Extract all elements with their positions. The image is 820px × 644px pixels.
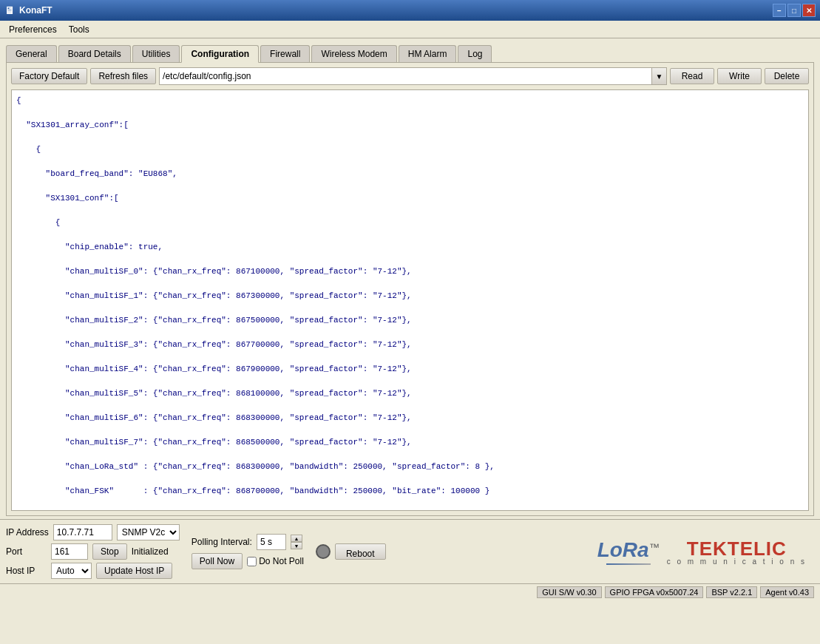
ip-address-label: IP Address: [6, 527, 49, 538]
close-button[interactable]: ✕: [802, 4, 816, 17]
host-ip-label: Host IP: [6, 566, 47, 576]
factory-default-button[interactable]: Factory Default: [11, 68, 87, 84]
port-input[interactable]: [51, 543, 88, 560]
reboot-section: Reboot: [316, 543, 386, 560]
tabs: General Board Details Utilities Configur…: [3, 41, 817, 62]
menu-preferences[interactable]: Preferences: [3, 23, 63, 36]
lora-logo: LoRa™: [597, 538, 660, 562]
tab-wireless-modem[interactable]: Wireless Modem: [311, 45, 396, 62]
lora-underline: [606, 563, 651, 565]
port-label: Port: [6, 546, 47, 557]
window-controls: − □ ✕: [773, 4, 816, 17]
snmp-select[interactable]: SNMP V2c: [117, 524, 180, 540]
do-not-poll-label: Do Not Poll: [259, 556, 304, 566]
toolbar: Factory Default Refresh files ▼ Read Wri…: [11, 67, 809, 85]
maximize-button[interactable]: □: [787, 4, 801, 17]
polling-interval-input[interactable]: [257, 534, 286, 550]
tektelic-sub: c o m m u n i c a t i o n s: [667, 557, 807, 566]
port-group: Port Stop Initialized: [6, 543, 180, 560]
poll-now-button[interactable]: Poll Now: [192, 553, 243, 569]
content-area: Factory Default Refresh files ▼ Read Wri…: [6, 62, 814, 516]
initialized-text: Initialized: [132, 546, 169, 557]
read-button[interactable]: Read: [670, 68, 714, 84]
update-host-ip-button[interactable]: Update Host IP: [96, 563, 172, 579]
main-window: General Board Details Utilities Configur…: [0, 38, 820, 519]
spinner: ▲ ▼: [291, 535, 302, 549]
signal-icon: [316, 544, 331, 559]
version-gpio: GPIO FPGA v0x5007.24: [605, 586, 704, 598]
tab-general[interactable]: General: [6, 45, 57, 62]
tab-hm-alarm[interactable]: HM Alarm: [399, 45, 457, 62]
tab-board-details[interactable]: Board Details: [58, 45, 131, 62]
tab-firewall[interactable]: Firewall: [260, 45, 310, 62]
delete-button[interactable]: Delete: [765, 68, 809, 84]
ip-address-input[interactable]: [53, 524, 112, 540]
host-ip-group: Host IP Auto Update Host IP: [6, 563, 180, 579]
version-bsp: BSP v2.2.1: [706, 586, 757, 598]
do-not-poll-checkbox[interactable]: [247, 557, 257, 566]
title-text: 🖥 KonaFT: [4, 4, 773, 16]
version-agent: Agent v0.43: [760, 586, 814, 598]
stop-button[interactable]: Stop: [92, 543, 127, 560]
app-icon: 🖥: [4, 4, 15, 16]
tab-log[interactable]: Log: [458, 45, 492, 62]
ip-address-group: IP Address SNMP V2c: [6, 524, 180, 540]
menu-bar: Preferences Tools: [0, 21, 820, 38]
lora-logo-container: LoRa™: [597, 538, 660, 565]
polling-interval-group: Polling Interval: ▲ ▼: [192, 534, 304, 550]
status-bar: IP Address SNMP V2c Port Stop Initialize…: [0, 519, 820, 583]
host-ip-select[interactable]: Auto: [51, 563, 92, 579]
reboot-button[interactable]: Reboot: [335, 543, 386, 560]
tektelic-logo-container: TEKTELIC c o m m u n i c a t i o n s: [667, 538, 807, 566]
tab-configuration[interactable]: Configuration: [181, 45, 259, 63]
version-bar: GUI S/W v0.30 GPIO FPGA v0x5007.24 BSP v…: [0, 583, 820, 600]
config-editor[interactable]: { "SX1301_array_conf":[ { "board_freq_ba…: [11, 89, 809, 511]
menu-tools[interactable]: Tools: [63, 23, 95, 36]
title-bar: 🖥 KonaFT − □ ✕: [0, 0, 820, 21]
polling-section: Polling Interval: ▲ ▼ Poll Now Do Not Po…: [192, 534, 304, 569]
file-path-input[interactable]: [159, 67, 652, 85]
spinner-down[interactable]: ▼: [291, 542, 302, 549]
minimize-button[interactable]: −: [773, 4, 786, 17]
polling-interval-label: Polling Interval:: [192, 537, 252, 547]
logo-area: LoRa™ TEKTELIC c o m m u n i c a t i o n…: [597, 538, 814, 566]
version-gui: GUI S/W v0.30: [537, 586, 601, 598]
tab-utilities[interactable]: Utilities: [132, 45, 180, 62]
app-title: KonaFT: [19, 5, 52, 16]
file-dropdown-button[interactable]: ▼: [652, 67, 667, 85]
file-path-container: ▼: [159, 67, 667, 85]
poll-buttons-group: Poll Now Do Not Poll: [192, 553, 304, 569]
refresh-files-button[interactable]: Refresh files: [90, 68, 156, 84]
do-not-poll-container: Do Not Poll: [247, 556, 304, 566]
spinner-up[interactable]: ▲: [291, 535, 302, 542]
write-button[interactable]: Write: [717, 68, 762, 84]
